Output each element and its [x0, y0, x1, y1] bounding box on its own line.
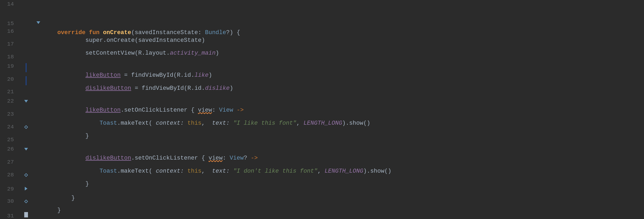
line-num-22: 22 [0, 97, 18, 106]
line-num-30: 30 [0, 197, 18, 206]
line-num-20: 20 [0, 75, 18, 84]
code-line-19: 19 likeButton = findViewById(R.id.like) [0, 62, 644, 75]
line-num-21: 21 [0, 88, 18, 96]
code-line-21: 21 [0, 88, 644, 97]
code-line-30: 30 } [0, 197, 644, 210]
fold-right-icon-29[interactable] [25, 187, 27, 190]
fold-diamond-24[interactable] [24, 125, 28, 129]
code-line-29: 29 } [0, 184, 644, 197]
code-line-14: 14 [0, 0, 644, 9]
line-num-25: 25 [0, 136, 18, 144]
line-num-23: 23 [0, 110, 18, 119]
fold-diamond-28[interactable] [24, 173, 28, 177]
gutter-22 [18, 97, 34, 103]
line-num-31: 31 [0, 212, 18, 219]
code-editor: 14 15 override fun onCreate(savedInstanc… [0, 0, 644, 219]
code-line-22: 22 likeButton.setOnClickListener { view:… [0, 97, 644, 110]
line-num-29: 29 [0, 185, 18, 194]
code-line-18: 18 [0, 53, 644, 62]
line-num-14: 14 [0, 0, 18, 9]
line-num-17: 17 [0, 40, 18, 49]
gutter-26 [18, 145, 34, 151]
line-num-19: 19 [0, 62, 18, 71]
line-num-24: 24 [0, 123, 18, 132]
gutter-31 [18, 210, 34, 217]
fold-icon-26[interactable] [24, 148, 28, 151]
code-line-20: 20 dislikeButton = findViewById(R.id.dis… [0, 75, 644, 88]
gutter-30 [18, 197, 34, 203]
code-line-26: 26 dislikeButton.setOnClickListener { vi… [0, 145, 644, 158]
gutter-28 [18, 171, 34, 176]
code-line-31: 31 [0, 210, 644, 219]
line-num-18: 18 [0, 53, 18, 62]
code-line-27: 27 Toast.makeText( context: this, text: … [0, 158, 644, 171]
code-line-23: 23 Toast.makeText( context: this, text: … [0, 110, 644, 123]
line-num-28: 28 [0, 171, 18, 180]
code-line-16: 16 super.onCreate(savedInstanceState) [0, 27, 644, 40]
code-line-17: 17 setContentView(R.layout.activity_main… [0, 40, 644, 53]
fold-icon-22[interactable] [24, 100, 28, 103]
line-num-26: 26 [0, 145, 18, 154]
gutter-15 [18, 9, 34, 36]
code-line-15: 15 override fun onCreate(savedInstanceSt… [0, 9, 644, 27]
fold-icon-15[interactable] [36, 21, 40, 24]
code-line-25: 25 [0, 136, 644, 145]
code-line-24: 24 } [0, 123, 644, 136]
gutter-29 [18, 184, 34, 190]
code-line-28: 28 } [0, 171, 644, 184]
gutter-24 [18, 123, 34, 128]
fold-diamond-30[interactable] [24, 200, 28, 203]
line-num-27: 27 [0, 158, 18, 167]
